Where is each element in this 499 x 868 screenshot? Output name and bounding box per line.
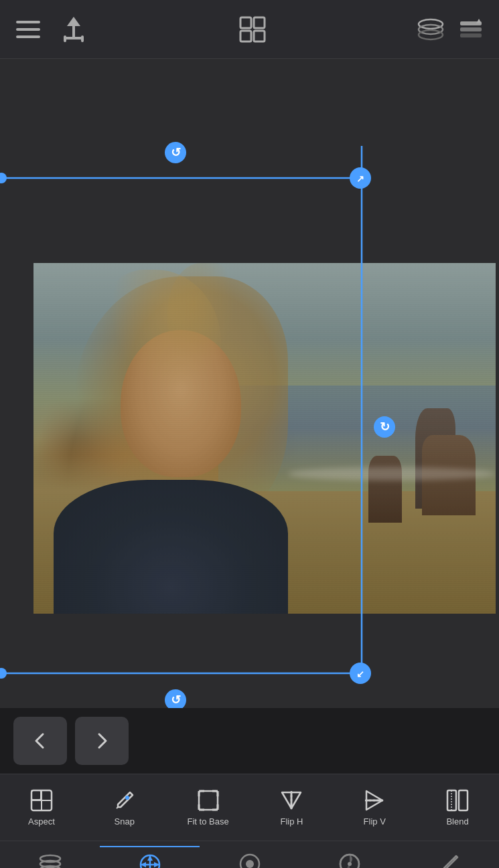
flip-h-label: Flip H xyxy=(280,816,303,827)
svg-rect-38 xyxy=(31,790,41,800)
svg-marker-51 xyxy=(282,792,291,808)
toolbar-left xyxy=(13,15,88,44)
export-icon[interactable] xyxy=(59,15,88,44)
svg-rect-10 xyxy=(81,35,84,42)
fit-to-base-tool[interactable]: Fit to Base xyxy=(180,783,235,832)
nav-item-transform[interactable]: Transform xyxy=(100,846,200,868)
svg-rect-42 xyxy=(199,791,218,810)
svg-marker-54 xyxy=(366,791,382,800)
svg-rect-20 xyxy=(460,33,482,37)
svg-point-41 xyxy=(125,796,129,800)
svg-point-36 xyxy=(0,668,7,679)
svg-rect-12 xyxy=(254,17,265,28)
svg-text:↺: ↺ xyxy=(171,146,181,159)
svg-marker-55 xyxy=(366,800,382,810)
blend-label: Blend xyxy=(446,816,468,827)
fit-to-base-label: Fit to Base xyxy=(187,816,228,827)
svg-text:↙: ↙ xyxy=(356,669,364,679)
svg-rect-4 xyxy=(20,28,21,31)
svg-line-75 xyxy=(453,859,455,860)
svg-rect-2 xyxy=(16,35,40,38)
flip-h-tool[interactable]: Flip H xyxy=(265,783,318,832)
svg-rect-11 xyxy=(240,17,251,28)
bottom-toolbar: Aspect Snap Fit to Base xyxy=(0,774,499,841)
svg-point-35 xyxy=(0,173,7,183)
snap-label: Snap xyxy=(115,816,135,827)
toolbar-right xyxy=(416,15,486,44)
nav-item-filter[interactable]: Filter xyxy=(299,847,399,868)
nav-item-layers[interactable]: Layers xyxy=(0,847,100,868)
svg-rect-13 xyxy=(240,31,251,41)
menu-icon[interactable] xyxy=(13,15,43,44)
back-button[interactable] xyxy=(13,717,67,765)
svg-rect-3 xyxy=(20,21,21,23)
grid-icon[interactable] xyxy=(238,15,267,44)
aspect-label: Aspect xyxy=(28,816,55,827)
svg-marker-21 xyxy=(476,19,482,23)
svg-rect-9 xyxy=(64,35,66,42)
svg-text:↺: ↺ xyxy=(171,693,181,707)
aspect-tool[interactable]: Aspect xyxy=(15,783,68,832)
svg-point-74 xyxy=(348,862,352,866)
svg-rect-14 xyxy=(254,31,265,41)
svg-rect-19 xyxy=(460,27,482,31)
layers-icon[interactable] xyxy=(456,15,486,44)
nav-arrows-area xyxy=(0,708,499,774)
svg-marker-52 xyxy=(291,792,301,808)
bottom-nav: Layers Transform Mask Filter xyxy=(0,841,499,868)
flip-v-tool[interactable]: Flip V xyxy=(348,783,401,832)
svg-marker-7 xyxy=(67,17,80,26)
canvas-area[interactable]: ↺ ↗ ↻ ↺ ↙ xyxy=(0,59,499,708)
svg-text:↻: ↻ xyxy=(380,420,390,434)
forward-button[interactable] xyxy=(75,717,129,765)
top-toolbar xyxy=(0,0,499,59)
snap-tool[interactable]: Snap xyxy=(98,783,151,832)
blend-tool[interactable]: Blend xyxy=(431,783,484,832)
transform-overlay: ↺ ↗ ↻ ↺ ↙ xyxy=(0,59,499,708)
svg-rect-0 xyxy=(16,21,40,23)
svg-rect-8 xyxy=(64,37,84,39)
svg-point-71 xyxy=(246,860,254,868)
layers-stack-icon[interactable] xyxy=(416,15,445,44)
nav-item-mask[interactable]: Mask xyxy=(200,847,299,868)
flip-v-label: Flip V xyxy=(364,816,386,827)
nav-item-editor[interactable]: Editor xyxy=(399,847,499,868)
svg-text:↗: ↗ xyxy=(356,173,364,184)
svg-rect-58 xyxy=(459,790,468,810)
svg-rect-5 xyxy=(20,35,21,38)
svg-rect-1 xyxy=(16,28,40,31)
